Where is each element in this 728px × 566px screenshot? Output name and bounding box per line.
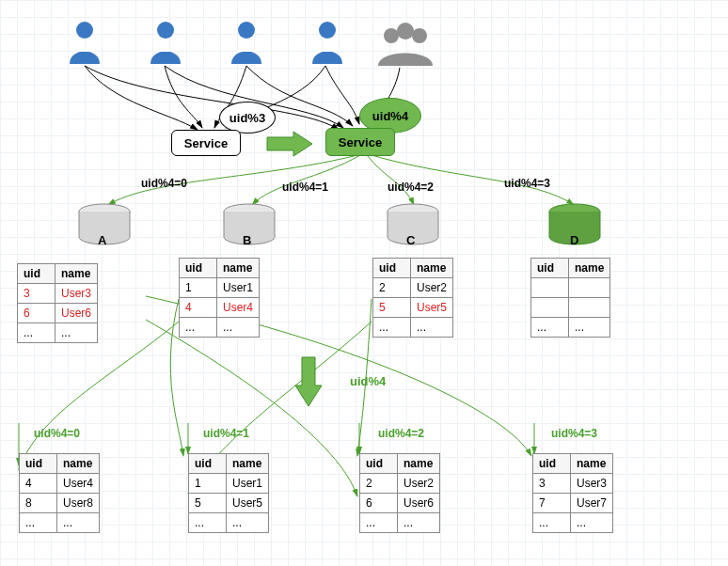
table-new-c: uidname2User26User6......	[359, 453, 440, 533]
table-row-ellipsis: ......	[531, 318, 610, 338]
cell-ellipsis: ...	[533, 513, 571, 533]
rehash-arrow-icon	[293, 355, 324, 408]
route-label-bottom-d: uid%4=3	[551, 427, 597, 440]
table-row: 3User3	[18, 284, 98, 304]
table-new-b: uidname1User15User5......	[188, 453, 269, 533]
cell-uid: 6	[18, 304, 55, 323]
svg-point-3	[319, 22, 336, 39]
cell-ellipsis: ...	[189, 513, 227, 533]
table-header-row: uidname	[189, 454, 269, 474]
cell-ellipsis: ...	[531, 318, 569, 338]
cell-uid: 5	[189, 494, 227, 513]
cell-uid: 5	[373, 298, 411, 318]
cell-name: User5	[411, 298, 453, 318]
cell-name: User2	[411, 278, 453, 298]
cell-ellipsis: ...	[411, 318, 453, 338]
cell-ellipsis: ...	[217, 318, 260, 338]
table-row: 5User5	[373, 298, 453, 318]
cell-uid: 3	[18, 284, 55, 304]
svg-point-1	[157, 22, 174, 39]
table-new-d: uidname3User37User7......	[532, 453, 613, 533]
hash-bubble-old-text: uid%3	[229, 111, 265, 125]
db-label-a: A	[98, 233, 106, 247]
col-name: name	[411, 259, 453, 278]
table-row-ellipsis: ......	[180, 318, 260, 338]
col-uid: uid	[20, 454, 57, 474]
route-label-top-b: uid%4=1	[282, 181, 328, 194]
cell-name: User4	[217, 298, 260, 318]
route-label-bottom-a: uid%4=0	[34, 427, 80, 440]
svg-point-5	[397, 23, 414, 39]
route-label-top-a: uid%4=0	[141, 177, 187, 190]
cell-ellipsis: ...	[360, 513, 398, 533]
cell-ellipsis: ...	[398, 513, 440, 533]
svg-point-6	[412, 28, 427, 43]
cell-uid: 6	[360, 494, 398, 513]
cell-ellipsis: ...	[180, 318, 217, 338]
group-icon	[374, 21, 436, 71]
table-row	[531, 298, 610, 318]
svg-point-0	[76, 22, 93, 39]
col-uid: uid	[533, 454, 571, 474]
service-box-new: Service	[325, 128, 395, 156]
hash-bubble-new-text: uid%4	[372, 109, 408, 123]
cell-uid: 3	[533, 474, 571, 494]
table-row: 5User5	[189, 494, 269, 513]
col-name: name	[398, 454, 440, 474]
route-label-top-d: uid%4=3	[504, 177, 550, 190]
service-box-old-text: Service	[184, 136, 228, 150]
cell-ellipsis: ...	[569, 318, 610, 338]
cell-name: User1	[217, 278, 260, 298]
table-row: 4User4	[180, 298, 260, 318]
cell-uid: 7	[533, 494, 571, 513]
col-uid: uid	[189, 454, 227, 474]
cell-name: User3	[55, 284, 98, 304]
table-old-d: uidname ......	[530, 258, 610, 338]
svg-point-2	[238, 22, 255, 39]
cell-name: User6	[55, 304, 98, 323]
table-old-c: uidname2User25User5......	[372, 258, 453, 338]
svg-point-4	[384, 28, 399, 43]
table-row	[531, 278, 610, 298]
cell-name: User7	[571, 494, 613, 513]
table-header-row: uidname	[373, 259, 453, 278]
cell-ellipsis: ...	[20, 513, 57, 533]
cell-name: User1	[227, 474, 269, 494]
col-uid: uid	[531, 259, 569, 278]
service-box-new-text: Service	[339, 135, 382, 149]
table-row: 6User6	[18, 304, 98, 323]
cell-uid: 2	[360, 474, 398, 494]
table-row: 7User7	[533, 494, 613, 513]
table-header-row: uidname	[180, 259, 260, 278]
col-name: name	[571, 454, 613, 474]
cell-uid: 2	[373, 278, 411, 298]
table-old-a: uidname3User36User6......	[17, 263, 98, 343]
table-header-row: uidname	[18, 264, 98, 284]
table-row: 1User1	[180, 278, 260, 298]
table-row-ellipsis: ......	[533, 513, 613, 533]
cell-uid: 4	[180, 298, 217, 318]
table-row: 8User8	[20, 494, 100, 513]
col-uid: uid	[373, 259, 411, 278]
table-header-row: uidname	[531, 259, 610, 278]
table-row: 2User2	[373, 278, 453, 298]
route-label-bottom-b: uid%4=1	[203, 427, 249, 440]
col-uid: uid	[360, 454, 398, 474]
table-row-ellipsis: ......	[373, 318, 453, 338]
person-icon	[145, 19, 186, 69]
table-header-row: uidname	[20, 454, 100, 474]
table-row: 3User3	[533, 474, 613, 494]
migrate-arrow-icon	[265, 130, 314, 158]
person-icon	[64, 19, 105, 69]
cell-name: User3	[571, 474, 613, 494]
table-row-ellipsis: ......	[18, 323, 98, 343]
cell-uid: 8	[20, 494, 57, 513]
person-icon	[226, 19, 267, 69]
table-row-ellipsis: ......	[20, 513, 100, 533]
service-box-old: Service	[171, 130, 241, 156]
table-header-row: uidname	[533, 454, 613, 474]
cell-name: User6	[398, 494, 440, 513]
table-row-ellipsis: ......	[189, 513, 269, 533]
table-old-b: uidname1User14User4......	[179, 258, 260, 338]
cell-ellipsis: ...	[571, 513, 613, 533]
